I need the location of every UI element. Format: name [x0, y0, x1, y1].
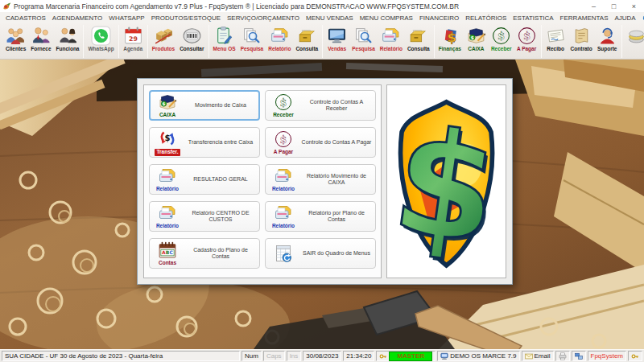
status-location: SUA CIDADE - UF 30 de Agosto de 2023 - Q…	[2, 351, 240, 361]
menu-financeiro[interactable]: FINANCEIRO	[416, 14, 462, 22]
printer-icon	[273, 167, 294, 186]
toolbar-separator	[83, 25, 84, 58]
green-coin-icon	[491, 26, 511, 46]
whatsapp-button[interactable]: WhatsApp	[85, 24, 116, 53]
toolbar: Clientes Fornece Funciona WhatsApp	[0, 23, 644, 60]
menu-produtos-estoque[interactable]: PRODUTOS/ESTOQUE	[148, 14, 224, 22]
sair-do-quadro-button[interactable]: SAIR do Quadro de Menus	[265, 238, 376, 269]
drawer-icon	[297, 26, 317, 46]
desktop: CAIXA Movimento de Caixa Receber Control…	[0, 60, 644, 349]
agenda-button[interactable]: 29 Agenda	[121, 24, 146, 53]
produtos-button[interactable]: Produtos	[150, 24, 178, 53]
svg-text:C: C	[170, 250, 174, 256]
receipt-icon	[546, 26, 566, 46]
abc-calendar-icon: A B C	[157, 241, 178, 260]
menu-estatistica[interactable]: ESTATISTICA	[510, 14, 556, 22]
toolbar-separator	[208, 25, 209, 58]
printer-icon	[157, 167, 178, 186]
recibo-button[interactable]: Recibo	[543, 24, 568, 53]
status-key	[628, 351, 642, 361]
dollar-shield-logo: $ $	[390, 88, 503, 275]
calendar-icon: 29	[123, 26, 143, 46]
svg-text:29: 29	[129, 35, 138, 43]
pesquisa-os-button[interactable]: Pesquisa	[238, 24, 266, 53]
status-network[interactable]	[572, 351, 586, 361]
resultado-geral-button[interactable]: Relatório RESULTADO GERAL	[149, 164, 260, 195]
relatorio-os-button[interactable]: Relatório	[266, 24, 293, 53]
pesquisa-vendas-button[interactable]: Pesquisa	[349, 24, 378, 53]
contas-a-pagar-button[interactable]: A Pagar Controle do Contas A Pagar	[265, 127, 376, 158]
envelope-icon	[525, 352, 533, 360]
maximize-button[interactable]: □	[604, 0, 624, 12]
monitor-icon	[327, 26, 347, 46]
moedas-button[interactable]	[624, 24, 644, 53]
status-time: 21:34:20	[343, 351, 374, 361]
search-pages-icon	[353, 26, 374, 46]
status-email[interactable]: Email	[522, 351, 554, 361]
a-pagar-button[interactable]: A Pagar	[514, 24, 539, 53]
caixa-button[interactable]: CAIXA	[464, 24, 489, 53]
minimize-button[interactable]: –	[584, 0, 604, 12]
suporte-button[interactable]: Suporte	[595, 24, 620, 53]
financeiro-menu-dialog: CAIXA Movimento de Caixa Receber Control…	[137, 78, 513, 285]
cashbook-icon	[466, 26, 486, 46]
movimento-de-caixa-button[interactable]: CAIXA Movimento de Caixa	[149, 90, 260, 121]
consulta-os-button[interactable]: Consulta	[293, 24, 320, 53]
toolbar-group-agenda: 29 Agenda	[121, 24, 146, 53]
relatorio-movimento-caixa-button[interactable]: Relatório Relatório Movimento de CAIXA	[265, 164, 376, 195]
titlebar: Programa Marcenaria Financeiro com Agend…	[0, 0, 644, 12]
menu-cadastros[interactable]: CADASTROS	[2, 14, 49, 22]
menu-email[interactable]: E-MAIL	[639, 14, 644, 22]
contas-a-receber-button[interactable]: Receber Controle do Contas A Receber	[265, 90, 376, 121]
supplier-person-icon	[31, 26, 51, 46]
menu-servico-orcamento[interactable]: SERVIÇO/ORÇAMENTO	[224, 14, 303, 22]
toolbar-group-sair: EXIT	[624, 24, 644, 53]
status-user: MASTER	[376, 351, 436, 361]
computer-icon	[440, 352, 448, 360]
menu-os-button[interactable]: Menu OS	[211, 24, 238, 53]
toolbar-group-cadastros: Clientes Fornece Funciona	[3, 24, 81, 53]
menu-buttons-panel: CAIXA Movimento de Caixa Receber Control…	[143, 84, 382, 278]
status-date: 30/08/2023	[303, 351, 341, 361]
close-button[interactable]: ×	[624, 0, 644, 12]
menu-whatsapp[interactable]: WHATSAPP	[105, 14, 147, 22]
cadastro-plano-de-contas-button[interactable]: A B C Contas Cadastro do Plano de Contas	[149, 238, 260, 269]
financas-button[interactable]: Finanças	[436, 24, 464, 53]
key-icon	[379, 352, 387, 360]
toolbar-group-vendas: Vendas Pesquisa Relatório Consulta	[324, 24, 432, 53]
printer-icon	[270, 26, 290, 46]
toolbar-group-documentos: Recibo Contrato Suporte	[543, 24, 620, 53]
toolbar-separator	[118, 25, 119, 58]
vendas-button[interactable]: Vendas	[324, 24, 349, 53]
window-controls: – □ ×	[584, 0, 644, 12]
network-computers-icon	[575, 352, 583, 360]
menu-compras[interactable]: MENU COMPRAS	[357, 14, 416, 22]
contrato-button[interactable]: Contrato	[568, 24, 595, 53]
receber-button[interactable]: Receber	[489, 24, 514, 53]
statusbar: SUA CIDADE - UF 30 de Agosto de 2023 - Q…	[0, 349, 644, 362]
consultar-produtos-button[interactable]: Consultar	[177, 24, 206, 53]
menu-ferramentas[interactable]: FERRAMENTAS	[557, 14, 612, 22]
relatorio-centro-de-custos-button[interactable]: Relatório Relatório CENTRO DE CUSTOS	[149, 201, 260, 232]
relatorio-vendas-button[interactable]: Relatório	[378, 24, 405, 53]
funcionario-button[interactable]: Funciona	[54, 24, 82, 53]
menu-ajuda[interactable]: AJUDA	[611, 14, 638, 22]
transfer-arrows-icon	[157, 129, 178, 148]
menu-agendamento[interactable]: AGENDAMENTO	[49, 14, 106, 22]
spreadsheet-back-arrow-icon	[273, 244, 294, 263]
status-system: DEMO OS MARCE 7.9	[437, 351, 519, 361]
status-insert: Ins	[287, 351, 302, 361]
toolbar-group-financeiro: Finanças CAIXA Receber A Pagar	[436, 24, 539, 53]
consulta-vendas-button[interactable]: Consulta	[405, 24, 432, 53]
toolbar-separator	[322, 25, 323, 58]
menu-relatorios[interactable]: RELATÓRIOS	[462, 14, 510, 22]
clientes-button[interactable]: Clientes	[3, 24, 28, 53]
fornecedor-button[interactable]: Fornece	[28, 24, 53, 53]
transferencia-entre-caixa-button[interactable]: Transfer. Transferencia entre Caixa	[149, 127, 260, 158]
scroll-icon	[572, 26, 592, 46]
status-brand: FpqSystem	[588, 351, 626, 361]
status-printer[interactable]	[555, 351, 570, 361]
relatorio-plano-de-contas-button[interactable]: Relatório Relatório por Plano de Contas	[265, 201, 376, 232]
barcode-icon	[182, 26, 202, 46]
menu-vendas[interactable]: MENU VENDAS	[303, 14, 357, 22]
